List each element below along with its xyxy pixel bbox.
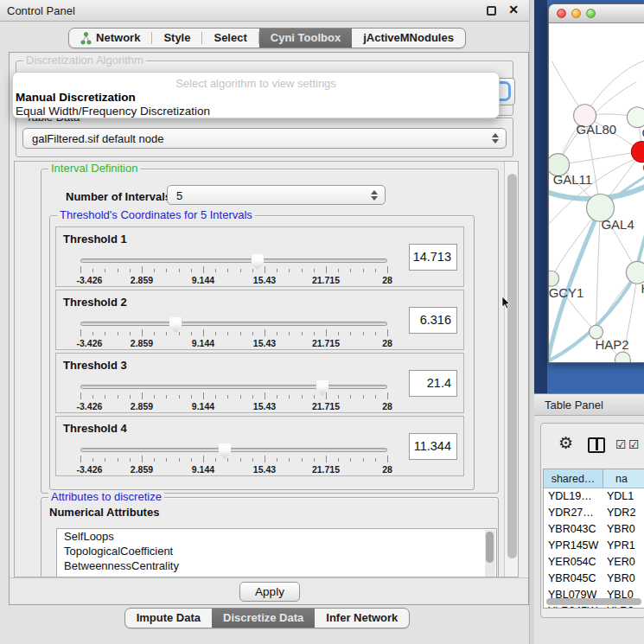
gear-icon[interactable]: ⚙ bbox=[558, 435, 573, 451]
number-of-intervals-value: 5 bbox=[176, 188, 182, 201]
tick-label: 2.859 bbox=[131, 401, 153, 411]
close-icon[interactable]: ✕ bbox=[508, 3, 519, 16]
threshold-panel: Threshold 1 -3.4262.8599.14415.4321.7152… bbox=[55, 226, 464, 287]
settings-scroll-area: Interval Definition Number of Intervals … bbox=[14, 161, 519, 577]
horizontal-scrollbar-thumb[interactable] bbox=[546, 598, 641, 605]
slider-track[interactable] bbox=[80, 448, 387, 452]
close-traffic-light-icon[interactable] bbox=[557, 9, 566, 18]
apply-strip: Apply bbox=[10, 577, 528, 604]
tab-select[interactable]: Select bbox=[202, 29, 258, 48]
tick-label: 9.144 bbox=[192, 401, 214, 411]
minimize-traffic-light-icon[interactable] bbox=[571, 9, 581, 18]
tick-label: 21.715 bbox=[312, 401, 340, 411]
threshold-label: Threshold 2 bbox=[63, 296, 127, 309]
tick-label: -3.426 bbox=[77, 275, 103, 285]
cell-shared-name: YBR045C bbox=[544, 571, 603, 587]
table-row[interactable]: YPR145WYPR1 bbox=[544, 538, 644, 554]
cell-name: YPR1 bbox=[603, 538, 644, 554]
slider-ticks bbox=[80, 329, 387, 338]
tick-label: 28 bbox=[382, 401, 392, 411]
numerical-attributes-list[interactable]: SelfLoopsTopologicalCoefficientBetweenne… bbox=[56, 528, 497, 577]
float-window-icon[interactable] bbox=[487, 6, 496, 16]
cell-name: YER0 bbox=[603, 554, 644, 571]
table-data-combobox[interactable]: galFiltered.sif default node bbox=[22, 128, 507, 149]
table-row[interactable]: YDR27…YDR2 bbox=[544, 505, 644, 521]
attribute-item[interactable]: TopologicalCoefficient bbox=[57, 544, 496, 558]
tick-label: 9.144 bbox=[192, 338, 214, 348]
cell-name: YBR0 bbox=[603, 521, 644, 538]
network-view-window[interactable]: GAL80 G C GAL11 GAL4 GCY1 H HAP2 bbox=[548, 3, 644, 363]
attribute-item[interactable]: SelfLoops bbox=[57, 529, 496, 544]
threshold-panel: Threshold 3 -3.4262.8599.14415.4321.7152… bbox=[55, 353, 464, 413]
tick-label: 28 bbox=[382, 275, 392, 285]
tick-label: -3.426 bbox=[77, 464, 103, 475]
group-title: Discretization Algorithm bbox=[23, 54, 146, 67]
slider-tick-labels: -3.4262.8599.14415.4321.71528 bbox=[80, 275, 387, 285]
list-scrollbar[interactable] bbox=[485, 530, 495, 577]
table-row[interactable]: YBR043CYBR0 bbox=[544, 521, 644, 538]
tab-label: Network bbox=[96, 29, 140, 48]
tab-impute-data[interactable]: Impute Data bbox=[125, 609, 212, 628]
node-bottom[interactable] bbox=[615, 352, 630, 363]
number-of-intervals-label: Number of Intervals bbox=[66, 190, 171, 203]
node-label: GCY1 bbox=[549, 285, 583, 300]
tick-label: 28 bbox=[382, 464, 392, 475]
slider-ticks bbox=[80, 266, 387, 275]
tick-label: 15.43 bbox=[253, 338, 276, 348]
threshold-value-field[interactable]: 21.4 bbox=[409, 370, 457, 397]
node-gcy1[interactable] bbox=[549, 271, 559, 286]
table-panel-body: ⚙ ☑ ☑ shared… na YDL19…YDL1YDR27…YDR2YBR… bbox=[534, 416, 644, 644]
scrollbar-thumb[interactable] bbox=[507, 174, 517, 558]
slider-track[interactable] bbox=[80, 322, 387, 326]
tab-discretize-data[interactable]: Discretize Data bbox=[212, 609, 315, 628]
node-label: H bbox=[641, 281, 644, 296]
tick-label: 15.43 bbox=[253, 275, 276, 285]
checkbox-icon[interactable]: ☑ bbox=[628, 438, 640, 450]
dropdown-option-equal-width[interactable]: Equal Width/Frequency Discretization bbox=[16, 105, 210, 118]
checkbox-icon[interactable]: ☑ bbox=[615, 438, 627, 450]
numerical-attributes-label: Numerical Attributes bbox=[49, 506, 159, 519]
cell-shared-name: YDR27… bbox=[544, 505, 603, 521]
cell-shared-name: YER054C bbox=[544, 554, 603, 571]
network-window-titlebar[interactable] bbox=[549, 4, 644, 23]
group-title: Threshold's Coordinates for 5 Intervals bbox=[57, 209, 255, 221]
table-rows: YDL19…YDL1YDR27…YDR2YBR043CYBR0YPR145WYP… bbox=[544, 488, 644, 609]
stepper-arrows-icon bbox=[492, 133, 499, 143]
table-row[interactable]: YER054CYER0 bbox=[544, 554, 644, 571]
zoom-traffic-light-icon[interactable] bbox=[586, 9, 596, 18]
slider-track[interactable] bbox=[80, 385, 387, 389]
tick-label: 2.859 bbox=[131, 464, 153, 475]
table-row[interactable]: YBR045CYBR0 bbox=[544, 571, 644, 587]
split-columns-icon[interactable] bbox=[588, 437, 605, 453]
threshold-value-field[interactable]: 14.713 bbox=[409, 244, 457, 271]
table-row[interactable]: YDL19…YDL1 bbox=[544, 488, 644, 505]
tab-cyni-toolbox[interactable]: Cyni Toolbox bbox=[259, 29, 352, 48]
threshold-list: Threshold 1 -3.4262.8599.14415.4321.7152… bbox=[50, 226, 464, 479]
control-panel-titlebar: Control Panel ✕ bbox=[0, 0, 534, 22]
node-attribute-table[interactable]: shared… na YDL19…YDL1YDR27…YDR2YBR043CYB… bbox=[543, 469, 644, 609]
tab-network[interactable]: Network bbox=[69, 29, 151, 48]
attribute-item[interactable]: BetweennessCentrality bbox=[57, 558, 496, 573]
vertical-scrollbar[interactable] bbox=[504, 162, 519, 577]
tick-label: -3.426 bbox=[77, 338, 103, 348]
algorithm-dropdown-popup: Select algorithm to view settings Manual… bbox=[12, 72, 500, 118]
dropdown-option-manual[interactable]: Manual Discretization bbox=[16, 91, 136, 104]
slider-tick-labels: -3.4262.8599.14415.4321.71528 bbox=[80, 401, 387, 411]
slider-tick-labels: -3.4262.8599.14415.4321.71528 bbox=[80, 464, 387, 475]
apply-button[interactable]: Apply bbox=[239, 582, 300, 602]
cell-name: YDR2 bbox=[603, 505, 644, 521]
tab-infer-network[interactable]: Infer Network bbox=[315, 609, 409, 628]
node-label: GAL80 bbox=[577, 122, 617, 137]
tab-jactivemnodules[interactable]: jActiveMNodules bbox=[352, 29, 465, 48]
slider-track[interactable] bbox=[80, 258, 387, 263]
group-title: Attributes to discretize bbox=[48, 491, 164, 503]
number-of-intervals-combobox[interactable]: 5 bbox=[167, 185, 386, 205]
column-header-shared-name[interactable]: shared… bbox=[544, 469, 603, 488]
threshold-value-field[interactable]: 6.316 bbox=[409, 307, 457, 334]
tab-style[interactable]: Style bbox=[152, 29, 201, 48]
network-icon bbox=[80, 32, 92, 45]
network-canvas[interactable]: GAL80 G C GAL11 GAL4 GCY1 H HAP2 bbox=[549, 23, 644, 363]
threshold-value-field[interactable]: 11.344 bbox=[409, 433, 457, 460]
column-header-name[interactable]: na bbox=[603, 469, 644, 488]
slider-tick-labels: -3.4262.8599.14415.4321.71528 bbox=[80, 338, 387, 348]
